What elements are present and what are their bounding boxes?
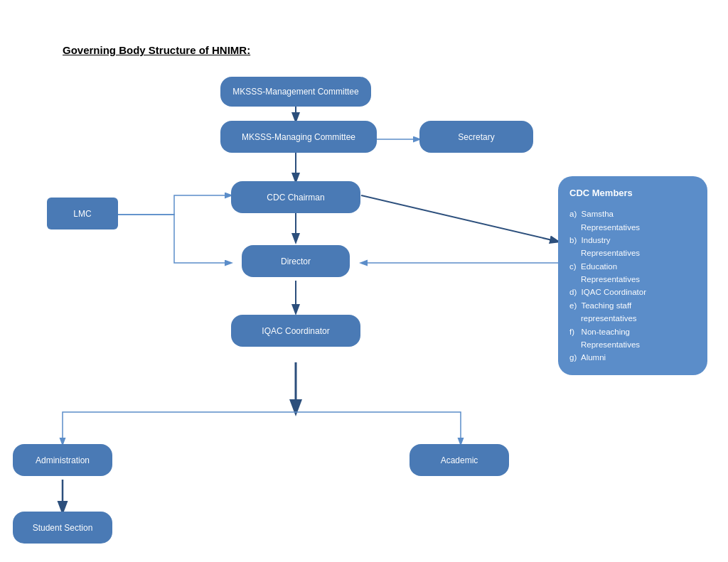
student-section-node: Student Section — [13, 512, 112, 544]
managing-committee-node: MKSSS-Managing Committee — [220, 121, 377, 153]
cdc-item-a: a) Samstha Representatives — [569, 207, 696, 234]
page: Governing Body Structure of HNIMR: — [0, 0, 728, 562]
cdc-item-c: c) Education Representatives — [569, 260, 696, 286]
cdc-members-title: CDC Members — [569, 186, 696, 200]
cdc-members-list: a) Samstha Representatives b) Industry R… — [569, 207, 696, 364]
cdc-item-e: e) Teaching staff representatives — [569, 299, 696, 325]
page-title: Governing Body Structure of HNIMR: — [63, 44, 250, 56]
cdc-item-d: d) IQAC Coordinator — [569, 286, 696, 298]
academic-node: Academic — [410, 444, 509, 476]
secretary-node: Secretary — [419, 121, 533, 153]
administration-node: Administration — [13, 444, 112, 476]
svg-line-6 — [361, 195, 558, 242]
cdc-item-g: g) Alumni — [569, 351, 696, 364]
cdc-item-f: f) Non-teaching Representatives — [569, 325, 696, 352]
cdc-item-b: b) Industry Representatives — [569, 234, 696, 260]
cdc-members-box: CDC Members a) Samstha Representatives b… — [558, 176, 707, 375]
cdc-chairman-node: CDC Chairman — [231, 181, 360, 213]
lmc-node: LMC — [47, 198, 118, 229]
director-node: Director — [242, 245, 350, 277]
iqac-node: IQAC Coordinator — [231, 315, 360, 347]
management-committee-node: MKSSS-Management Committee — [220, 77, 371, 107]
